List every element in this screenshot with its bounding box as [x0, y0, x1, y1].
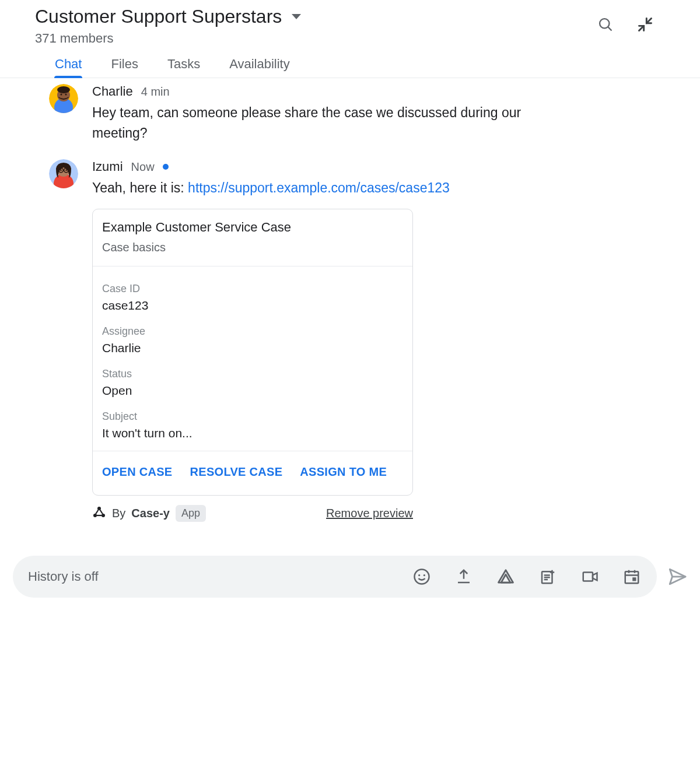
- message: Charlie 4 min Hey team, can someone plea…: [49, 84, 665, 143]
- card-title: Example Customer Service Case: [102, 220, 403, 235]
- tab-label: Chat: [55, 57, 82, 71]
- room-title-dropdown[interactable]: Customer Support Superstars: [35, 6, 302, 27]
- message-text: Hey team, can someone please share the c…: [92, 103, 570, 143]
- field-label: Case ID: [102, 283, 403, 295]
- tab-chat[interactable]: Chat: [55, 57, 82, 78]
- composer-placeholder: History is off: [28, 569, 99, 584]
- tab-label: Tasks: [167, 57, 200, 71]
- by-app-name: Case-y: [131, 507, 170, 520]
- field-label: Assignee: [102, 325, 403, 338]
- card-footer: By Case-y App Remove preview: [92, 505, 413, 522]
- drive-icon[interactable]: [497, 568, 514, 585]
- svg-point-18: [102, 514, 105, 517]
- field-label: Status: [102, 368, 403, 380]
- room-title: Customer Support Superstars: [35, 6, 282, 27]
- webhook-icon: [92, 505, 106, 522]
- tab-label: Availability: [229, 57, 290, 71]
- message-link[interactable]: https://support.example.com/cases/case12…: [188, 180, 450, 195]
- field-value: Charlie: [102, 341, 403, 355]
- svg-point-19: [415, 569, 429, 584]
- svg-point-0: [600, 19, 609, 28]
- svg-point-21: [424, 574, 425, 576]
- collapse-icon[interactable]: [637, 16, 653, 33]
- svg-point-5: [57, 86, 70, 93]
- resolve-case-button[interactable]: RESOLVE CASE: [190, 465, 283, 479]
- message-time: 4 min: [141, 85, 170, 99]
- emoji-icon[interactable]: [413, 568, 430, 585]
- svg-point-15: [65, 170, 66, 171]
- svg-point-17: [93, 514, 97, 517]
- remove-preview-link[interactable]: Remove preview: [326, 507, 413, 520]
- message-list: Charlie 4 min Hey team, can someone plea…: [0, 78, 700, 522]
- avatar[interactable]: [49, 84, 78, 113]
- svg-line-1: [608, 27, 611, 30]
- message: Izumi Now Yeah, here it is: https://supp…: [49, 159, 665, 522]
- message-text-prefix: Yeah, here it is:: [92, 180, 188, 195]
- search-icon[interactable]: [597, 16, 614, 33]
- tab-tasks[interactable]: Tasks: [167, 57, 200, 78]
- send-button[interactable]: [667, 567, 687, 587]
- message-text: Yeah, here it is: https://support.exampl…: [92, 178, 570, 198]
- avatar[interactable]: [49, 159, 78, 188]
- chevron-down-icon: [291, 13, 302, 20]
- message-author: Charlie: [92, 84, 133, 99]
- assign-to-me-button[interactable]: ASSIGN TO ME: [300, 465, 387, 479]
- member-count: 371 members: [35, 31, 302, 46]
- open-case-button[interactable]: OPEN CASE: [102, 465, 173, 479]
- field-label: Subject: [102, 410, 403, 423]
- svg-point-7: [65, 94, 67, 96]
- tab-availability[interactable]: Availability: [229, 57, 290, 78]
- header: Customer Support Superstars 371 members: [0, 0, 700, 78]
- svg-point-20: [418, 574, 420, 576]
- video-icon[interactable]: [581, 568, 598, 585]
- tab-files[interactable]: Files: [111, 57, 138, 78]
- message-time: Now: [131, 160, 155, 174]
- app-chip: App: [176, 505, 206, 522]
- svg-point-14: [60, 170, 61, 171]
- card-subtitle: Case basics: [102, 241, 403, 254]
- composer[interactable]: History is off: [13, 556, 657, 598]
- svg-rect-29: [625, 571, 639, 583]
- tabs: Chat Files Tasks Availability: [35, 46, 665, 78]
- calendar-icon[interactable]: [623, 568, 640, 585]
- field-value: Open: [102, 384, 403, 398]
- svg-point-6: [61, 94, 62, 96]
- new-doc-icon[interactable]: [539, 568, 556, 585]
- svg-rect-28: [583, 572, 593, 581]
- svg-point-16: [97, 507, 101, 510]
- upload-icon[interactable]: [455, 568, 473, 585]
- unread-indicator: [163, 164, 169, 170]
- message-author: Izumi: [92, 159, 123, 174]
- field-value: case123: [102, 299, 403, 313]
- link-preview-card: Example Customer Service Case Case basic…: [92, 209, 413, 496]
- by-prefix: By: [112, 507, 125, 520]
- tab-label: Files: [111, 57, 138, 71]
- field-value: It won't turn on...: [102, 426, 403, 440]
- svg-rect-33: [632, 577, 636, 581]
